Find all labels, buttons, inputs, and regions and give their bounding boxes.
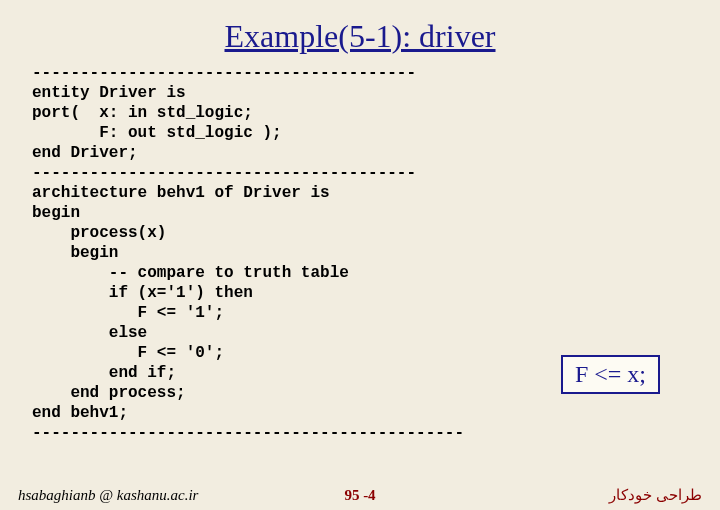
footer-course-title: طراحی خودکار [609, 486, 702, 504]
slide-title: Example(5-1): driver [0, 0, 720, 63]
callout-box: F <= x; [561, 355, 660, 394]
